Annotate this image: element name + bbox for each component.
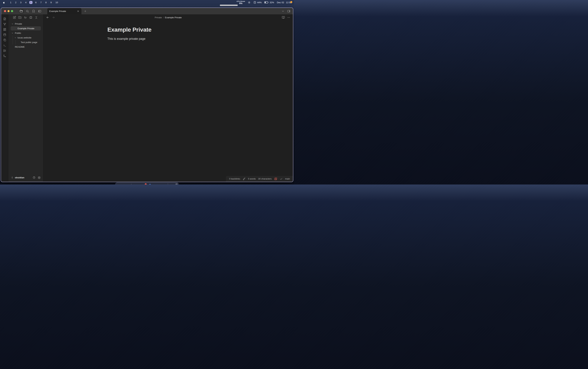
vault-name[interactable]: obsidian [15,176,24,179]
reading-mode-icon[interactable] [282,16,285,19]
folder-label: Public [15,32,21,34]
window-titlebar: Example Private [1,8,293,14]
chevron-down-icon[interactable] [11,32,13,34]
menubar-clock[interactable]: Dec 02 12:52 [277,1,292,4]
brave-percent: 9% [239,2,242,5]
macos-dock-edge[interactable] [115,182,179,184]
space-6[interactable]: 6 [34,1,38,4]
note-content[interactable]: Example Private This is example private … [107,20,229,41]
brightness-icon[interactable] [248,1,251,4]
display-status-item[interactable]: 44% [253,1,261,4]
new-note-icon[interactable] [13,16,16,19]
battery-status-item[interactable]: 32% [264,1,274,4]
battery-percent: 32% [269,1,274,4]
check-icon[interactable] [280,177,283,180]
space-5-active[interactable]: 5 [29,1,32,4]
new-folder-icon[interactable] [18,16,21,19]
titlebar-tools [19,9,42,13]
sort-order-icon[interactable] [24,16,27,19]
space-7[interactable]: 7 [40,1,42,4]
workspace: Private Example Private Public lucas.web… [1,14,293,182]
tree-file-test-public-page[interactable]: Test public page [8,40,43,45]
dashboard-icon[interactable] [3,28,6,31]
tab-example-private[interactable]: Example Private [47,8,81,14]
dock-blue-app-icon[interactable] [149,184,151,184]
space-8[interactable]: 8 [45,1,48,4]
tab-close-icon[interactable] [77,10,80,12]
file-label: Test public page [21,41,37,43]
bookmark-icon [32,10,35,13]
chevron-down-icon[interactable] [14,37,16,39]
bookmarks-button[interactable] [31,9,36,13]
search-button[interactable] [25,9,30,13]
daily-note-calendar-icon[interactable] [3,33,6,36]
more-options-icon[interactable] [287,16,290,19]
tab-list-chevron-icon[interactable] [281,10,285,13]
indent-guide [13,40,13,45]
dock-red-app-icon[interactable] [145,183,147,184]
view-header: Private / Example Private [43,14,293,20]
macos-menubar: 1 2 3 4 5 6 7 8 9 10 47% Brave 9% 44% 32… [0,0,294,5]
edit-mode-pencil-icon[interactable] [243,177,246,180]
toggle-right-sidebar-button[interactable] [287,10,290,13]
sync-off-icon[interactable] [274,177,277,180]
folder-icon [20,10,23,13]
folder-label: lucas.website [18,36,31,39]
apple-menu-icon[interactable] [3,1,5,4]
minimize-window-button[interactable] [8,10,10,12]
space-4[interactable]: 4 [24,1,28,4]
toggle-left-sidebar-button[interactable] [37,9,42,13]
navigate-back-icon[interactable] [46,16,49,19]
unknown-device-icon [253,1,256,4]
file-search-icon[interactable] [3,17,6,20]
chevron-down-icon[interactable] [11,23,13,25]
settings-gear-icon[interactable] [38,176,41,179]
breadcrumb-parent[interactable]: Private [155,16,162,19]
space-9[interactable]: 9 [50,1,53,4]
collapse-all-icon[interactable] [35,16,38,19]
notification-dot [290,1,292,3]
menubar-status-area: 47% Brave 9% 44% 32% Dec 02 12:52 [237,0,294,5]
indent-guide [13,35,13,40]
tree-folder-public[interactable]: Public [8,31,43,35]
file-tree: Private Example Private Public lucas.web… [8,21,43,49]
tree-file-example-private[interactable]: Example Private [8,26,43,31]
space-3[interactable]: 3 [19,1,22,4]
space-1[interactable]: 1 [9,1,12,4]
new-tab-button[interactable] [83,9,88,13]
status-bar: 0 backlinks 5 words 30 characters main [226,176,293,182]
folder-label: Private [15,22,22,25]
git-merge-icon[interactable] [3,54,6,58]
indent-guide [13,26,13,31]
breadcrumb-current[interactable]: Example Private [165,16,182,19]
brave-battery-item[interactable]: 47% Brave 9% [237,0,245,5]
space-10[interactable]: 10 [55,1,59,4]
zoom-window-button[interactable] [11,10,13,12]
backlinks-count[interactable]: 0 backlinks [229,177,240,180]
file-label: Example Private [18,27,34,30]
word-count[interactable]: 5 words [248,177,256,180]
files-button[interactable] [19,9,24,13]
navigate-forward-icon[interactable] [52,16,55,19]
tree-folder-private[interactable]: Private [8,21,43,26]
note-body-text[interactable]: This is example private page [107,37,229,41]
editor-pane: Private / Example Private Example Privat… [43,14,293,182]
battery-icon [264,1,269,4]
git-branch-name[interactable]: main [285,177,290,180]
close-window-button[interactable] [4,10,6,12]
tree-file-readme[interactable]: README [8,45,43,49]
note-title[interactable]: Example Private [107,26,229,33]
terminal-icon[interactable] [3,44,6,47]
traffic-lights [4,10,13,12]
panel-lines-icon[interactable] [29,16,32,19]
character-count[interactable]: 30 characters [258,177,272,180]
dock-gray-app-icon[interactable] [176,184,178,184]
graph-view-icon[interactable] [3,22,6,26]
list-icon[interactable] [3,49,6,52]
chevrons-up-down-icon[interactable] [11,176,13,179]
breadcrumb: Private / Example Private [43,14,293,20]
tree-folder-lucas-website[interactable]: lucas.website [8,35,43,40]
templates-copy-icon[interactable] [3,39,6,42]
space-2[interactable]: 2 [14,1,17,4]
help-icon[interactable] [33,176,36,179]
